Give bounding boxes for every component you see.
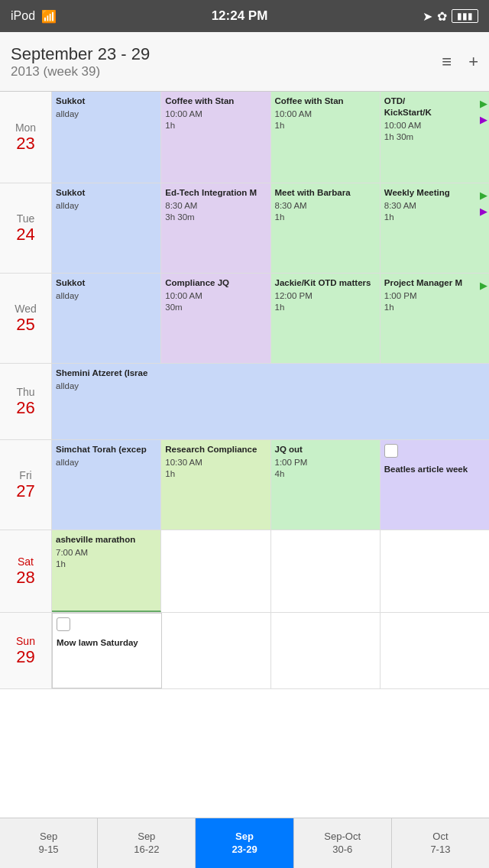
day-label-fri: Fri 27 <box>0 440 52 530</box>
event-sukkot-tue[interactable]: Sukkot allday <box>52 183 161 273</box>
event-beatles[interactable]: Beatles article week <box>381 440 489 530</box>
event-title: Meet with Barbara <box>275 187 376 199</box>
day-label-wed: Wed 25 <box>0 274 52 363</box>
event-time: 10:00 AM <box>384 120 485 131</box>
calendar-grid: Mon 23 Sukkot allday Coffee with Stan 10… <box>0 92 489 818</box>
event-title: Simchat Torah (excep <box>56 444 157 455</box>
menu-button[interactable]: ≡ <box>442 52 452 72</box>
events-row-wed: Sukkot allday Compliance JQ 10:00 AM 30m… <box>52 274 489 363</box>
event-empty-sat2 <box>161 530 270 612</box>
row-thursday: Thu 26 Shemini Atzeret (Israe allday <box>0 364 489 440</box>
event-time: 12:00 PM <box>275 290 376 302</box>
event-time: 8:30 AM <box>275 200 376 212</box>
event-time: 8:30 AM <box>384 200 485 212</box>
row-wednesday: Wed 25 Sukkot allday Compliance JQ 10:00… <box>0 274 489 364</box>
event-project-manager[interactable]: Project Manager M 1:00 PM 1h ▶ <box>381 274 489 363</box>
mow-lawn-checkbox[interactable] <box>57 617 70 631</box>
nav-sep-23-29[interactable]: Sep23-29 <box>196 818 293 868</box>
event-duration: 1h <box>56 559 157 570</box>
event-duration: 1h <box>165 468 266 480</box>
wifi-icon: 📶 <box>41 9 57 24</box>
arrow-icon: ▶ <box>480 189 487 202</box>
event-coffee-stan-2[interactable]: Coffee with Stan 10:00 AM 1h <box>271 92 381 183</box>
event-research-compliance[interactable]: Research Compliance 10:30 AM 1h <box>161 440 270 530</box>
event-time: 10:00 AM <box>275 108 376 120</box>
row-saturday: Sat 28 asheville marathon 7:00 AM 1h <box>0 530 489 613</box>
nav-sep-oct-30-6[interactable]: Sep-Oct30-6 <box>294 818 392 868</box>
event-meet-barbara[interactable]: Meet with Barbara 8:30 AM 1h <box>271 183 381 273</box>
event-compliance-jq[interactable]: Compliance JQ 10:00 AM 30m <box>161 274 270 363</box>
event-weekly-meeting[interactable]: Weekly Meeting 8:30 AM 1h ▶ ▶ <box>381 183 489 273</box>
event-title: Shemini Atzeret (Israe <box>56 368 485 379</box>
event-title: asheville marathon <box>56 534 157 546</box>
add-event-button[interactable]: + <box>468 52 478 72</box>
event-empty-sun3 <box>271 613 381 688</box>
event-duration: 3h 30m <box>165 212 266 223</box>
week-number: 2013 (week 39) <box>11 64 150 79</box>
day-label-tue: Tue 24 <box>0 183 52 273</box>
event-empty-sun4 <box>381 613 489 688</box>
day-num-thu: 26 <box>16 398 34 418</box>
events-row-sun: Mow lawn Saturday <box>52 613 489 688</box>
event-title: Sukkot <box>56 187 157 199</box>
row-tuesday: Tue 24 Sukkot allday Ed-Tech Integration… <box>0 183 489 274</box>
event-time: allday <box>56 108 157 120</box>
event-duration: 1h <box>275 302 376 313</box>
day-label-thu: Thu 26 <box>0 364 52 439</box>
day-label-sun: Sun 29 <box>0 613 52 688</box>
event-title: Project Manager M <box>384 277 485 289</box>
event-time: allday <box>56 290 157 302</box>
event-asheville[interactable]: asheville marathon 7:00 AM 1h <box>52 530 161 612</box>
event-time: allday <box>56 381 485 392</box>
events-row-fri: Simchat Torah (excep allday Research Com… <box>52 440 489 530</box>
event-duration: 1h <box>165 120 266 131</box>
event-title: Research Compliance <box>165 444 266 455</box>
row-sunday: Sun 29 Mow lawn Saturday <box>0 613 489 689</box>
event-empty-sun2 <box>162 613 271 688</box>
event-title: Coffee with Stan <box>275 96 376 107</box>
header-title-block: September 23 - 29 2013 (week 39) <box>11 44 150 79</box>
event-duration: 4h <box>275 468 376 480</box>
header-actions: ≡ + <box>442 52 478 72</box>
event-title: Sukkot <box>56 96 157 107</box>
event-title: Coffee with Stan <box>165 96 266 107</box>
nav-oct-7-13[interactable]: Oct7-13 <box>392 818 489 868</box>
day-label-mon: Mon 23 <box>0 92 52 183</box>
header: September 23 - 29 2013 (week 39) ≡ + <box>0 32 489 92</box>
event-duration: 1h <box>275 212 376 223</box>
event-mow-lawn[interactable]: Mow lawn Saturday <box>52 613 162 688</box>
status-left: iPod 📶 <box>11 9 57 24</box>
event-sukkot-wed[interactable]: Sukkot allday <box>52 274 161 363</box>
day-name-tue: Tue <box>17 212 35 225</box>
day-num-sun: 29 <box>16 647 34 667</box>
event-title: Compliance JQ <box>165 277 266 289</box>
event-jackie-kit[interactable]: Jackie/Kit OTD matters 12:00 PM 1h <box>271 274 381 363</box>
event-time: 1:00 PM <box>384 290 485 302</box>
nav-sep-16-22[interactable]: Sep16-22 <box>98 818 196 868</box>
nav-sep-9-15[interactable]: Sep9-15 <box>0 818 98 868</box>
day-name-wed: Wed <box>15 303 37 315</box>
day-name-thu: Thu <box>16 386 34 398</box>
location-icon: ➤ <box>423 9 432 24</box>
day-num-wed: 25 <box>16 315 34 335</box>
arrow-icon: ▶ <box>480 98 487 111</box>
event-otd-kickstart[interactable]: OTD/KickStart/K 10:00 AM 1h 30m ▶ ▶ <box>381 92 489 183</box>
event-duration: 30m <box>165 302 266 313</box>
arrow-icon: ▶ <box>480 280 487 291</box>
event-time: 10:00 AM <box>165 108 266 120</box>
event-shemini[interactable]: Shemini Atzeret (Israe allday <box>52 364 489 439</box>
event-edtech[interactable]: Ed-Tech Integration M 8:30 AM 3h 30m <box>161 183 270 273</box>
event-empty-sat3 <box>271 530 381 612</box>
status-bar: iPod 📶 12:24 PM ➤ ✿ ▮▮▮ <box>0 0 489 32</box>
arrow-icon: ▶ <box>480 114 487 127</box>
bottom-nav: Sep9-15 Sep16-22 Sep23-29 Sep-Oct30-6 Oc… <box>0 818 489 868</box>
event-simchat[interactable]: Simchat Torah (excep allday <box>52 440 161 530</box>
arrow-icon: ▶ <box>480 206 487 219</box>
event-title: Jackie/Kit OTD matters <box>275 277 376 289</box>
event-title: OTD/KickStart/K <box>384 96 485 118</box>
day-num-mon: 23 <box>16 134 34 154</box>
beatles-checkbox[interactable] <box>384 444 398 458</box>
event-jq-out[interactable]: JQ out 1:00 PM 4h <box>271 440 381 530</box>
event-coffee-stan-1[interactable]: Coffee with Stan 10:00 AM 1h <box>161 92 270 183</box>
event-sukkot-mon[interactable]: Sukkot allday <box>52 92 161 183</box>
